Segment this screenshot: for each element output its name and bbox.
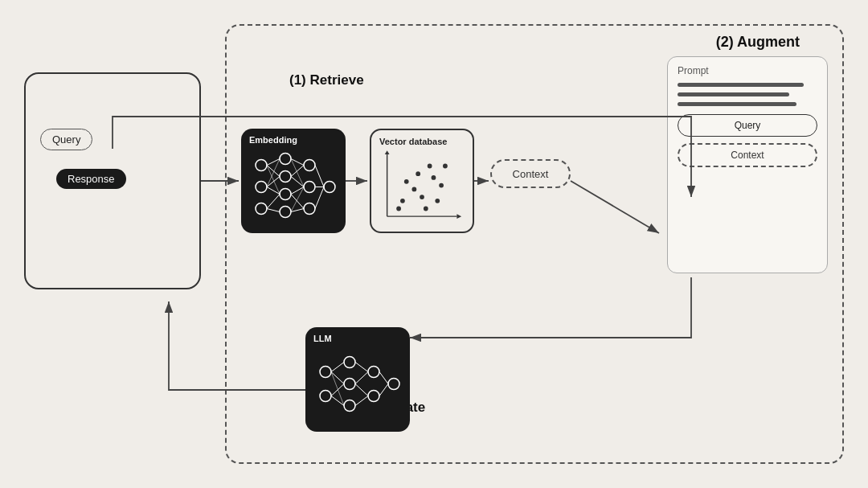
svg-point-50 xyxy=(344,400,355,412)
svg-point-36 xyxy=(439,183,444,188)
svg-line-29 xyxy=(315,187,324,209)
llm-label: LLM xyxy=(313,334,332,343)
query-label: Query xyxy=(52,133,80,146)
diagram-container: Query Response (2) Augment (1) Retrieve … xyxy=(24,24,844,464)
svg-line-27 xyxy=(315,166,324,187)
svg-line-17 xyxy=(267,166,280,195)
svg-line-59 xyxy=(355,363,368,372)
svg-point-6 xyxy=(280,207,291,218)
svg-line-18 xyxy=(267,159,280,187)
svg-point-52 xyxy=(368,391,379,402)
svg-point-38 xyxy=(404,179,409,184)
svg-point-43 xyxy=(428,164,432,169)
svg-point-4 xyxy=(280,171,291,182)
svg-point-7 xyxy=(304,160,315,171)
embedding-box: Embedding xyxy=(241,129,346,233)
svg-point-51 xyxy=(368,367,379,378)
embedding-label: Embedding xyxy=(249,135,297,145)
svg-line-24 xyxy=(291,209,304,212)
svg-point-33 xyxy=(411,187,416,192)
prompt-card: Prompt Query Context xyxy=(667,56,828,273)
context-pill: Context xyxy=(490,159,571,188)
svg-marker-45 xyxy=(385,150,390,154)
svg-point-1 xyxy=(256,182,267,193)
prompt-context-box: Context xyxy=(678,143,817,167)
svg-point-10 xyxy=(324,182,335,193)
context-pill-label: Context xyxy=(513,168,549,180)
prompt-line-2 xyxy=(678,92,789,96)
svg-point-48 xyxy=(344,357,355,368)
prompt-line-1 xyxy=(678,83,804,87)
svg-point-41 xyxy=(396,207,401,211)
svg-line-15 xyxy=(267,195,280,209)
svg-line-13 xyxy=(267,177,280,187)
svg-line-55 xyxy=(331,372,344,384)
svg-line-14 xyxy=(267,187,280,195)
svg-point-2 xyxy=(256,203,267,215)
llm-neural-svg xyxy=(313,347,402,425)
svg-line-64 xyxy=(379,384,388,396)
svg-line-62 xyxy=(355,396,368,406)
response-bubble: Response xyxy=(56,169,126,189)
svg-point-37 xyxy=(424,207,428,211)
svg-line-60 xyxy=(355,372,368,384)
query-bubble: Query xyxy=(40,129,92,150)
svg-line-20 xyxy=(291,166,304,177)
augment-label: (2) Augment xyxy=(716,34,800,51)
svg-line-23 xyxy=(291,195,304,209)
prompt-context-label: Context xyxy=(731,150,764,161)
svg-line-25 xyxy=(291,159,304,187)
svg-point-8 xyxy=(304,182,315,193)
prompt-line-3 xyxy=(678,102,796,106)
response-label: Response xyxy=(68,173,115,185)
llm-box: LLM xyxy=(305,327,410,432)
svg-line-11 xyxy=(267,159,280,166)
svg-line-19 xyxy=(291,159,304,166)
vector-label: Vector database xyxy=(379,137,447,146)
prompt-query-label: Query xyxy=(735,120,761,131)
svg-point-5 xyxy=(280,189,291,200)
prompt-card-label: Prompt xyxy=(678,65,817,76)
svg-point-40 xyxy=(416,171,420,176)
svg-line-56 xyxy=(331,384,344,396)
svg-point-3 xyxy=(280,154,291,165)
svg-point-53 xyxy=(388,379,399,390)
svg-line-54 xyxy=(331,363,344,372)
svg-point-42 xyxy=(435,199,440,203)
svg-point-47 xyxy=(320,391,331,402)
svg-line-63 xyxy=(379,372,388,384)
svg-point-32 xyxy=(400,199,405,203)
svg-point-34 xyxy=(420,195,424,199)
svg-point-0 xyxy=(256,160,267,171)
svg-line-61 xyxy=(355,384,368,396)
chat-box: Query Response xyxy=(24,72,201,289)
svg-marker-44 xyxy=(457,214,461,219)
svg-point-49 xyxy=(344,379,355,390)
embedding-neural-svg xyxy=(249,148,338,227)
prompt-query-box: Query xyxy=(678,114,817,137)
svg-point-9 xyxy=(304,203,315,215)
svg-line-12 xyxy=(267,166,280,177)
svg-line-16 xyxy=(267,209,280,212)
svg-point-35 xyxy=(432,175,436,180)
svg-point-39 xyxy=(443,164,448,169)
vector-database-box: Vector database xyxy=(370,129,474,233)
vector-scatter-svg xyxy=(379,150,465,225)
retrieve-label: (1) Retrieve xyxy=(289,72,364,88)
svg-line-21 xyxy=(291,177,304,187)
svg-point-46 xyxy=(320,367,331,378)
